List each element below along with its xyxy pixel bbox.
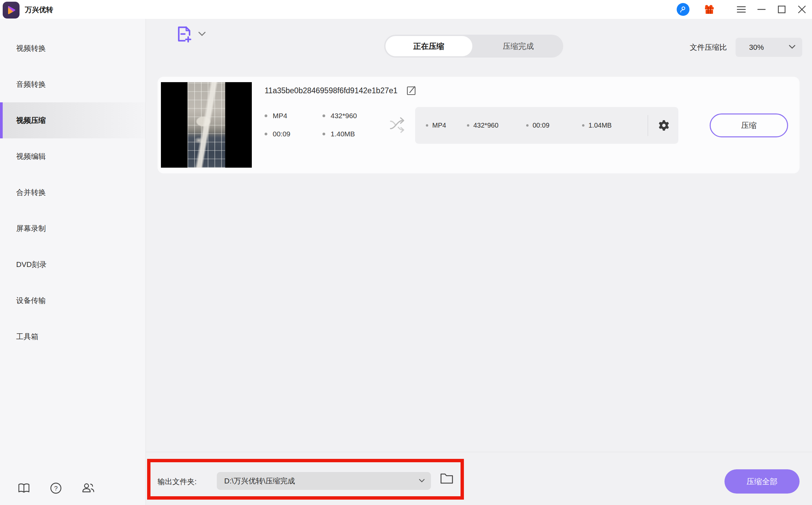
sidebar-item-label: 视频转换: [16, 43, 46, 54]
book-icon[interactable]: [18, 482, 30, 494]
compress-button[interactable]: 压缩: [710, 113, 788, 137]
sidebar-item-label: 屏幕录制: [16, 224, 46, 234]
ratio-label: 文件压缩比: [690, 42, 727, 53]
close-icon[interactable]: [792, 0, 812, 19]
source-size: 1.40MB: [323, 130, 357, 138]
account-icon[interactable]: [677, 3, 689, 16]
sidebar-item-merge-convert[interactable]: 合并转换: [0, 174, 145, 210]
compress-all-label: 压缩全部: [747, 476, 778, 487]
compress-tabs: 正在压缩 压缩完成: [384, 35, 563, 58]
add-file-icon: [175, 25, 193, 44]
sidebar-item-label: 音频转换: [16, 79, 46, 90]
app-logo-icon: [3, 2, 20, 19]
source-format: MP4: [265, 112, 323, 120]
open-folder-icon[interactable]: [439, 472, 454, 485]
source-resolution: 432*960: [323, 112, 357, 120]
gear-icon[interactable]: [657, 119, 670, 132]
file-compression-ratio: 文件压缩比 30%: [690, 38, 802, 57]
bullet-icon: [323, 133, 325, 135]
titlebar-controls: [677, 0, 812, 19]
title-bar: 万兴优转: [0, 0, 812, 19]
ratio-value: 30%: [749, 43, 789, 52]
sidebar-item-video-compress[interactable]: 视频压缩: [0, 102, 145, 138]
target-file-info: MP4 432*960 00:09 1.04MB: [415, 107, 678, 144]
main-panel: 正在压缩 压缩完成 文件压缩比 30%: [146, 19, 812, 505]
tab-compressing[interactable]: 正在压缩: [385, 36, 472, 56]
file-name: 11a35be0b28469598f6fd9142e1b27e1: [265, 86, 398, 95]
sidebar-item-label: 合并转换: [16, 188, 46, 198]
app-title: 万兴优转: [25, 5, 53, 14]
sidebar-item-label: 设备传输: [16, 296, 46, 306]
sidebar-item-device-transfer[interactable]: 设备传输: [0, 282, 145, 318]
sidebar-bottom-icons: ?: [18, 482, 95, 494]
toolbar: 正在压缩 压缩完成 文件压缩比 30%: [146, 19, 812, 77]
bullet-icon: [265, 133, 267, 135]
sidebar-item-toolbox[interactable]: 工具箱: [0, 318, 145, 355]
convert-arrow-icon: [389, 116, 408, 135]
sidebar-item-video-convert[interactable]: 视频转换: [0, 30, 145, 66]
ratio-dropdown[interactable]: 30%: [736, 38, 802, 57]
maximize-icon[interactable]: [772, 0, 792, 19]
sidebar: 视频转换 音频转换 视频压缩 视频编辑 合并转换 屏幕录制 DVD刻录 设备传输…: [0, 19, 146, 505]
menu-icon[interactable]: [731, 0, 751, 19]
bottom-bar: 输出文件夹: D:\万兴优转\压缩完成 压缩全部: [146, 452, 812, 505]
target-format: MP4: [426, 122, 467, 129]
app-window: 万兴优转: [0, 0, 812, 505]
target-size: 1.04MB: [582, 122, 646, 129]
users-icon[interactable]: [81, 482, 95, 494]
sidebar-item-label: 工具箱: [16, 332, 38, 342]
sidebar-item-label: 视频编辑: [16, 152, 46, 162]
source-duration: 00:09: [265, 130, 323, 138]
chevron-down-icon: [419, 478, 425, 484]
bullet-icon: [582, 124, 584, 127]
bullet-icon: [265, 114, 267, 117]
tab-label: 正在压缩: [413, 41, 444, 52]
bullet-icon: [426, 124, 428, 127]
add-file-button[interactable]: [175, 25, 206, 44]
sidebar-item-video-edit[interactable]: 视频编辑: [0, 138, 145, 174]
target-resolution: 432*960: [467, 122, 526, 129]
target-duration: 00:09: [526, 122, 582, 129]
gift-icon[interactable]: [704, 0, 715, 19]
help-icon[interactable]: ?: [50, 482, 62, 494]
sidebar-item-label: DVD刻录: [16, 260, 46, 270]
chevron-down-icon: [789, 44, 796, 50]
bullet-icon: [526, 124, 529, 127]
sidebar-item-screen-record[interactable]: 屏幕录制: [0, 210, 145, 246]
output-folder-dropdown[interactable]: D:\万兴优转\压缩完成: [217, 472, 431, 490]
file-row: 11a35be0b28469598f6fd9142e1b27e1 MP4 432…: [158, 77, 800, 173]
svg-text:?: ?: [54, 485, 58, 492]
compress-button-label: 压缩: [741, 120, 757, 131]
minimize-icon[interactable]: [751, 0, 772, 19]
output-folder-path: D:\万兴优转\压缩完成: [224, 476, 419, 486]
video-thumbnail-frame: [188, 82, 225, 168]
edit-name-icon[interactable]: [406, 86, 416, 96]
divider: [648, 115, 648, 136]
bullet-icon: [323, 114, 325, 117]
tab-compress-done[interactable]: 压缩完成: [475, 36, 562, 56]
chevron-down-icon: [198, 32, 206, 38]
sidebar-item-dvd-burn[interactable]: DVD刻录: [0, 246, 145, 282]
video-thumbnail: [161, 82, 252, 168]
sidebar-item-audio-convert[interactable]: 音频转换: [0, 66, 145, 102]
output-folder-label: 输出文件夹:: [158, 477, 197, 487]
bullet-icon: [467, 124, 469, 127]
source-file-info: MP4 432*960 00:09 1.40MB: [265, 112, 357, 138]
sidebar-item-label: 视频压缩: [16, 115, 46, 126]
tab-label: 压缩完成: [503, 41, 534, 52]
compress-all-button[interactable]: 压缩全部: [724, 469, 800, 494]
